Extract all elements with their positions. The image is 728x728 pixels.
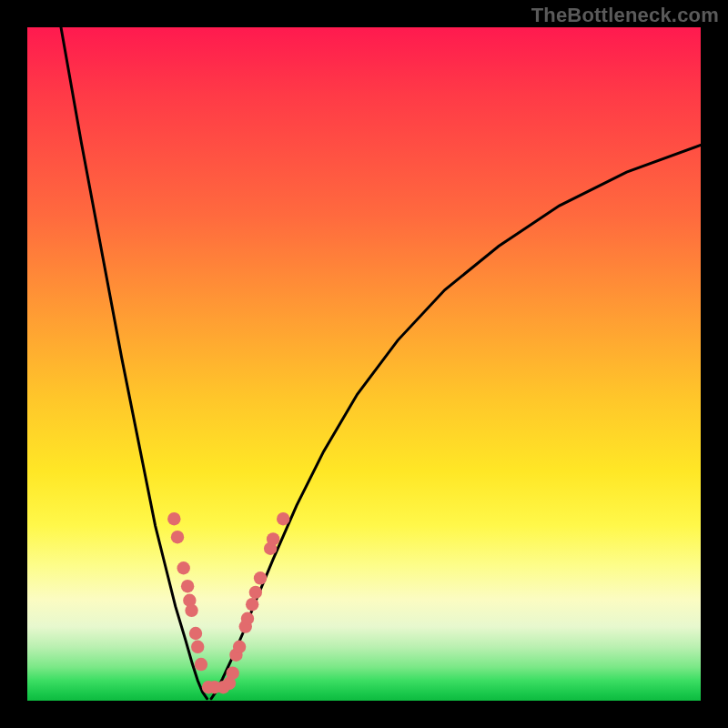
curve-right-branch <box>211 146 701 699</box>
marker-dot <box>241 612 254 625</box>
curve-layer <box>27 27 701 701</box>
marker-dot <box>249 586 262 599</box>
marker-dot <box>189 627 202 640</box>
watermark-text: TheBottleneck.com <box>531 4 719 27</box>
marker-dot <box>227 666 239 679</box>
plot-area <box>27 27 701 701</box>
marker-dot <box>171 531 184 543</box>
marker-dot <box>185 604 197 617</box>
marker-dot <box>191 641 204 653</box>
curve-paths <box>61 27 701 699</box>
marker-dot <box>254 571 267 584</box>
marker-dot <box>277 512 289 525</box>
marker-dot <box>195 658 207 671</box>
marker-dot <box>267 532 279 545</box>
marker-dot <box>246 598 258 611</box>
marker-dot <box>181 580 194 592</box>
marker-dot <box>233 641 246 653</box>
chart-frame: TheBottleneck.com <box>0 0 728 728</box>
marker-dot <box>167 512 180 525</box>
marker-dot <box>177 561 189 574</box>
